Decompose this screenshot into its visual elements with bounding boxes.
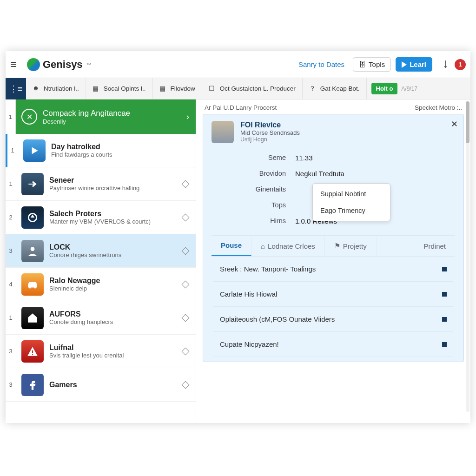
warn-icon xyxy=(21,340,44,363)
list-sub: Sleninelc delp xyxy=(49,285,183,292)
detail-rows: Sreek : New. Tanpont- ToalingsCarlate Hi… xyxy=(212,257,455,357)
download-icon[interactable]: ⭣ xyxy=(442,60,450,69)
arrow-icon xyxy=(21,173,44,195)
row-text: Carlate His Hiowal xyxy=(220,290,277,298)
list-index: 3 xyxy=(6,247,16,254)
brand-logo[interactable]: Genisys ™ xyxy=(27,58,92,71)
banner-sub: Desenlly xyxy=(43,118,130,125)
field-value: 11.33 xyxy=(295,154,313,162)
diamond-icon xyxy=(182,247,190,255)
popover-option-0[interactable]: Suppial Nobtint xyxy=(313,185,390,202)
tab-3-label: Oct Gustalcton L. Producer xyxy=(220,85,296,92)
list-index: 3 xyxy=(6,348,16,355)
tab-1[interactable]: ▦Socal Opints l.. xyxy=(86,78,153,99)
grid-icon: ▦ xyxy=(93,85,101,93)
row-text: Cupate Nicpyazen! xyxy=(220,340,279,348)
list-sub: Conote doing hanplecrs xyxy=(49,318,183,325)
list-item[interactable]: 3LOCKConore rhiges swrinettrons xyxy=(6,234,196,268)
detail-tab-2[interactable]: ⚑Projetty xyxy=(325,236,377,256)
diamond-icon xyxy=(182,280,190,288)
person-icon: ☻ xyxy=(33,85,41,93)
banner-index: 1 xyxy=(6,99,16,134)
tools-icon: ✕ xyxy=(21,109,37,125)
document-icon: ▤ xyxy=(159,85,168,93)
field-key: Hirns xyxy=(239,217,286,225)
list-index: 3 xyxy=(6,381,16,388)
logo-mark-icon xyxy=(27,58,40,71)
square-icon xyxy=(442,317,447,322)
tab-3[interactable]: ☐Oct Gustalcton L. Producer xyxy=(202,78,303,99)
avatar xyxy=(212,121,234,143)
play-icon xyxy=(402,61,407,68)
list-item[interactable]: 1SeneerPaytrinser winire orcrattive hall… xyxy=(6,167,196,201)
field-key: Seme xyxy=(239,154,286,161)
tab-2[interactable]: ▤Fllovdow xyxy=(153,78,202,99)
banner-title: Compack ing Angitancae xyxy=(43,109,130,118)
tabs-row: ⋮≡ ☻Ntrutiation l.. ▦Socal Opints l.. ▤F… xyxy=(6,78,470,99)
list-index: 1 xyxy=(7,147,18,154)
field-key: Ginentaits xyxy=(239,185,286,193)
detail-tab-3[interactable]: Prdinet xyxy=(414,236,455,256)
fb-icon xyxy=(21,374,44,396)
field-key: Tops xyxy=(239,201,286,209)
header-link[interactable]: Sanry to Dates xyxy=(298,60,344,68)
detail-row[interactable]: Sreek : New. Tanpont- Toalings xyxy=(213,257,453,282)
detail-row[interactable]: Oplaiteoush (cM,FOS Ounate Viiders xyxy=(213,307,453,332)
detail-tab-0[interactable]: Pouse xyxy=(212,236,251,256)
card-field: Seme11.33 xyxy=(239,150,455,165)
square-icon xyxy=(442,267,447,271)
topls-button[interactable]: 🗄 Topls xyxy=(353,57,391,72)
list-sub: Manter my VBM (VVERLOS & courtc) xyxy=(49,218,183,225)
home-icon xyxy=(21,307,44,329)
scrollbar-track xyxy=(466,101,469,412)
detail-tab-1[interactable]: ⌂Lodnate Crloes xyxy=(251,236,325,256)
list-item[interactable]: 2Salech ProtersManter my VBM (VVERLOS & … xyxy=(6,201,196,234)
popover-option-1[interactable]: Eago Trimency xyxy=(313,202,390,219)
list-index: 1 xyxy=(6,180,16,187)
circle-icon xyxy=(21,206,44,229)
row-text: Oplaiteoush (cM,FOS Ounate Viiders xyxy=(220,315,335,323)
tab-0[interactable]: ☻Ntrutiation l.. xyxy=(26,78,86,99)
brand-name: Genisys xyxy=(43,59,83,71)
car-icon xyxy=(21,273,44,296)
status-pill[interactable]: Holt o xyxy=(371,83,398,94)
tab-2-label: Fllovdow xyxy=(171,85,195,92)
brand-tm: ™ xyxy=(86,62,92,67)
tab-4[interactable]: ？Gat Keap Bot. xyxy=(303,78,367,99)
list-title: Seneer xyxy=(49,176,183,185)
detail-row[interactable]: Cupate Nicpyazen! xyxy=(213,332,453,357)
header-meta: Specket Motro :.. xyxy=(415,104,462,111)
header: ≡ Genisys ™ Sanry to Dates 🗄 Topls Learl… xyxy=(6,51,470,78)
list-item[interactable]: 1AUFORSConote doing hanplecrs xyxy=(6,301,196,335)
list-item[interactable]: 3Gamers xyxy=(6,368,196,402)
list-title: Salech Proters xyxy=(49,210,183,218)
square-icon xyxy=(442,342,447,347)
list-sub: Find fawdargs a courts xyxy=(51,151,196,158)
learl-label: Learl xyxy=(410,60,426,68)
learl-button[interactable]: Learl xyxy=(396,57,432,72)
list-item[interactable]: 1Day hatrolkedFind fawdargs a courts xyxy=(6,134,196,167)
notification-badge[interactable]: 1 xyxy=(455,59,466,70)
close-icon[interactable]: ✕ xyxy=(451,119,458,129)
banner[interactable]: 1 ✕ Compack ing Angitancae Desenlly › xyxy=(6,99,196,134)
svg-rect-5 xyxy=(32,354,33,355)
app-frame: ≡ Genisys ™ Sanry to Dates 🗄 Topls Learl… xyxy=(6,51,470,423)
scrollbar-thumb[interactable] xyxy=(466,101,469,143)
menu-icon[interactable]: ≡ xyxy=(10,58,24,71)
list-item[interactable]: 4Ralo NewaggeSleninelc delp xyxy=(6,268,196,301)
breadcrumb: Ar Pal U.D Lanry Procerst xyxy=(205,104,277,111)
card-title: FOI Rievice xyxy=(240,121,300,129)
list-toggle-button[interactable]: ⋮≡ xyxy=(6,78,26,99)
list-title: Day hatrolked xyxy=(51,143,196,151)
help-icon: ？ xyxy=(309,85,317,93)
list-item[interactable]: 3LuifnalSvis trailgle lest you crenital xyxy=(6,335,196,368)
list-title: Gamers xyxy=(49,381,183,389)
detail-row[interactable]: Carlate His Hiowal xyxy=(213,282,453,307)
detail-tab-0-label: Pouse xyxy=(221,241,242,249)
list-title: Ralo Newagge xyxy=(49,277,183,285)
list-index: 2 xyxy=(6,214,16,221)
card-field: BrovidonNegkul Tredtuta xyxy=(239,165,455,181)
svg-point-1 xyxy=(31,247,35,251)
detail-tabs: Pouse ⌂Lodnate Crloes ⚑Projetty Prdinet xyxy=(212,235,455,257)
diamond-icon xyxy=(182,180,190,188)
